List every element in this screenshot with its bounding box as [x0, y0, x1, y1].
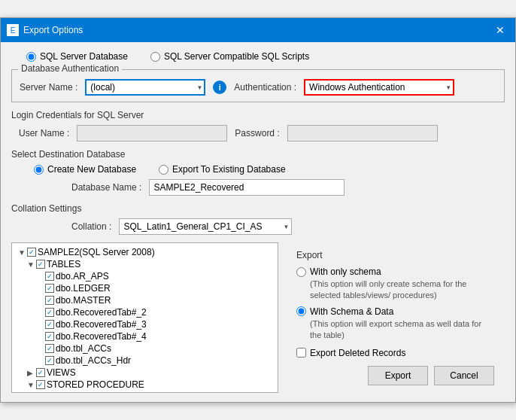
- schema-data-label: With Schema & Data: [310, 306, 393, 317]
- checkbox-icon[interactable]: [45, 284, 54, 293]
- schema-only-option: With only schema (This option will only …: [296, 266, 494, 302]
- db-name-row: Database Name :: [11, 179, 505, 196]
- database-auth-group: Database Authentication Server Name : (l…: [11, 69, 505, 102]
- database-auth-title: Database Authentication: [18, 63, 122, 74]
- auth-combo-wrapper: Windows AuthenticationSQL Server Authent…: [304, 79, 454, 96]
- expand-icon: ▼: [18, 248, 26, 257]
- tree-item[interactable]: dbo.LEDGER: [15, 282, 275, 294]
- schema-only-desc: (This option will only create schema for…: [296, 278, 494, 302]
- expand-icon: [36, 285, 44, 293]
- tree-item[interactable]: dbo.AR_APS: [15, 270, 275, 282]
- server-name-label: Server Name :: [20, 82, 77, 93]
- schema-only-label: With only schema: [310, 266, 381, 277]
- radio-sql-scripts-label: SQL Server Compatible SQL Scripts: [164, 51, 309, 62]
- password-label: Password :: [235, 128, 279, 138]
- tree-item[interactable]: dbo.RecoveredTab#_2: [15, 306, 275, 318]
- tree-item-label: dbo.tbl_ACCs: [56, 343, 111, 354]
- password-input[interactable]: [287, 125, 438, 142]
- radio-create-new-label: Create New Database: [47, 164, 136, 175]
- db-name-input[interactable]: [149, 179, 345, 196]
- tree-item[interactable]: ▼ TABLES: [15, 258, 275, 270]
- export-button[interactable]: Export: [368, 366, 428, 385]
- export-title: Export: [296, 250, 494, 260]
- collation-row: Collation : SQL_Latin1_General_CP1_CI_AS…: [11, 218, 505, 235]
- checkbox-icon[interactable]: [36, 368, 45, 377]
- tree-item[interactable]: dbo.MASTER: [15, 294, 275, 306]
- auth-label: Authentication :: [234, 82, 296, 93]
- server-name-combo-wrapper: (local)localhost127.0.0.1: [85, 79, 205, 96]
- tree-item[interactable]: ▼ STORED PROCEDURE: [15, 379, 275, 391]
- checkbox-icon[interactable]: [45, 392, 54, 393]
- tree-item-label: dbo.RecoveredTab#_3: [56, 319, 147, 330]
- checkbox-icon[interactable]: [45, 320, 54, 329]
- tree-item-label: dbo.LEDGER: [56, 283, 111, 294]
- radio-export-existing[interactable]: Export To Existing Database: [159, 164, 286, 175]
- expand-icon: [36, 309, 44, 317]
- tree-item-label: SAMPLE2(SQL Server 2008): [38, 247, 155, 257]
- expand-icon: [36, 297, 44, 305]
- checkbox-icon[interactable]: [45, 308, 54, 317]
- collation-title: Collation Settings: [11, 203, 505, 214]
- radio-sql-server-db[interactable]: SQL Server Database: [26, 51, 128, 62]
- destination-section: Select Destination Database Create New D…: [11, 149, 505, 196]
- schema-data-desc: (This option will export schema as well …: [296, 318, 494, 342]
- destination-radio-row: Create New Database Export To Existing D…: [11, 164, 505, 175]
- credentials-row: User Name : Password :: [11, 125, 505, 142]
- title-bar-left: E Export Options: [7, 24, 83, 36]
- tree-item-label: dbo.MASTER: [56, 295, 111, 306]
- radio-sql-server-db-label: SQL Server Database: [40, 51, 128, 62]
- deleted-records-checkbox[interactable]: [296, 348, 306, 358]
- close-button[interactable]: ✕: [491, 23, 509, 38]
- tree-item[interactable]: dbo.tbl_ACCs_Hdr: [15, 355, 275, 367]
- auth-select[interactable]: Windows AuthenticationSQL Server Authent…: [304, 79, 454, 96]
- credentials-title: Login Credentials for SQL Server: [11, 110, 505, 120]
- destination-title: Select Destination Database: [11, 149, 505, 160]
- collation-label: Collation :: [71, 221, 111, 232]
- dialog-title: Export Options: [23, 25, 83, 35]
- expand-icon: [36, 345, 44, 353]
- tree-panel[interactable]: ▼ SAMPLE2(SQL Server 2008) ▼ TABLES dbo.…: [11, 242, 278, 393]
- tree-item-label: sp_sg_NextMyId_Acc_Hdr: [56, 391, 162, 393]
- collation-select[interactable]: SQL_Latin1_General_CP1_CI_ASLatin1_Gener…: [119, 218, 292, 235]
- username-input[interactable]: [77, 125, 227, 142]
- radio-schema-only[interactable]: With only schema: [296, 266, 494, 277]
- tree-item[interactable]: dbo.tbl_ACCs: [15, 342, 275, 355]
- tree-item[interactable]: sp_sg_NextMyId_Acc_Hdr: [15, 391, 275, 393]
- tree-item[interactable]: dbo.RecoveredTab#_4: [15, 330, 275, 342]
- tree-item[interactable]: dbo.RecoveredTab#_3: [15, 318, 275, 330]
- expand-icon: ▶: [27, 369, 35, 377]
- export-panel: Export With only schema (This option wil…: [286, 242, 505, 393]
- checkbox-icon[interactable]: [45, 332, 54, 341]
- info-icon[interactable]: i: [213, 81, 226, 94]
- tree-item[interactable]: ▼ SAMPLE2(SQL Server 2008): [15, 246, 275, 258]
- checkbox-icon[interactable]: [36, 260, 45, 269]
- tree-item-label: dbo.AR_APS: [56, 271, 109, 282]
- checkbox-icon[interactable]: [27, 248, 36, 257]
- radio-create-new[interactable]: Create New Database: [34, 164, 136, 175]
- radio-sql-scripts[interactable]: SQL Server Compatible SQL Scripts: [150, 51, 309, 62]
- expand-icon: [36, 272, 44, 281]
- server-name-select[interactable]: (local)localhost127.0.0.1: [85, 79, 205, 96]
- checkbox-icon[interactable]: [45, 344, 54, 353]
- tree-item-label: dbo.RecoveredTab#_4: [56, 331, 147, 342]
- tree-item-label: VIEWS: [47, 367, 76, 378]
- cancel-button[interactable]: Cancel: [434, 366, 494, 385]
- checkbox-icon[interactable]: [45, 356, 54, 365]
- radio-schema-data[interactable]: With Schema & Data: [296, 306, 494, 317]
- action-buttons: Export Cancel: [296, 366, 494, 385]
- tree-item[interactable]: ▶ VIEWS: [15, 367, 275, 379]
- tree-item-label: TABLES: [47, 259, 80, 269]
- schema-data-option: With Schema & Data (This option will exp…: [296, 306, 494, 342]
- radio-export-existing-label: Export To Existing Database: [172, 164, 286, 175]
- expand-icon: [36, 333, 44, 341]
- collation-combo-wrapper: SQL_Latin1_General_CP1_CI_ASLatin1_Gener…: [119, 218, 292, 235]
- dialog-window: E Export Options ✕ SQL Server Database S…: [0, 17, 516, 403]
- tree-item-label: STORED PROCEDURE: [47, 379, 144, 390]
- tree-item-label: dbo.tbl_ACCs_Hdr: [56, 355, 131, 366]
- collation-section: Collation Settings Collation : SQL_Latin…: [11, 203, 505, 235]
- checkbox-icon[interactable]: [45, 296, 54, 305]
- checkbox-icon[interactable]: [45, 272, 54, 281]
- deleted-records-row: Export Deleted Records: [296, 348, 494, 358]
- checkbox-icon[interactable]: [36, 380, 45, 389]
- credentials-section: Login Credentials for SQL Server User Na…: [11, 110, 505, 142]
